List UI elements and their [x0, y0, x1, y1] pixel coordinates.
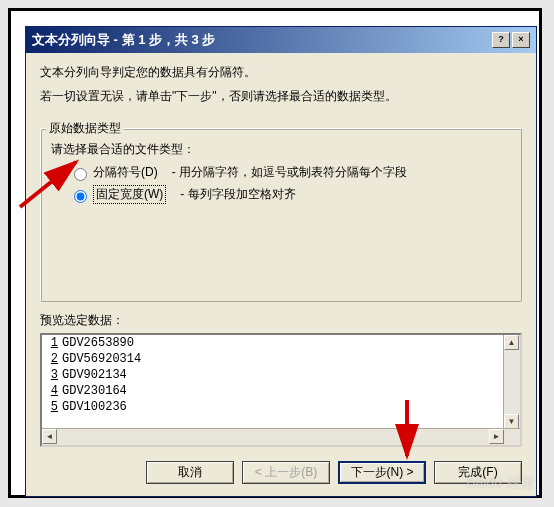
dialog-body: 文本分列向导判定您的数据具有分隔符。 若一切设置无误，请单击"下一步"，否则请选…: [26, 53, 536, 496]
preview-row: 5GDV100236: [46, 399, 504, 415]
preview-label: 预览选定数据：: [40, 312, 522, 329]
choose-file-type-label: 请选择最合适的文件类型：: [51, 141, 511, 158]
original-data-type-group: 请选择最合适的文件类型： 分隔符号(D) - 用分隔字符，如逗号或制表符分隔每个…: [40, 128, 522, 302]
titlebar: 文本分列向导 - 第 1 步，共 3 步 ? ×: [26, 27, 536, 53]
dialog-title: 文本分列向导 - 第 1 步，共 3 步: [32, 31, 215, 49]
scroll-up-icon[interactable]: ▲: [504, 335, 519, 350]
button-row: 取消 < 上一步(B) 下一步(N) > 完成(F): [40, 461, 522, 484]
radio-fixedwidth-row[interactable]: 固定宽度(W) - 每列字段加空格对齐: [69, 185, 511, 204]
finish-button[interactable]: 完成(F): [434, 461, 522, 484]
preview-content: 1GDV2653890 2GDV56920314 3GDV902134 4GDV…: [42, 335, 504, 429]
vertical-scrollbar[interactable]: ▲ ▼: [503, 335, 520, 429]
help-icon[interactable]: ?: [492, 32, 510, 48]
scroll-down-icon[interactable]: ▼: [504, 414, 519, 429]
scroll-right-icon[interactable]: ►: [489, 429, 504, 444]
scroll-left-icon[interactable]: ◄: [42, 429, 57, 444]
close-icon[interactable]: ×: [512, 32, 530, 48]
preview-row: 1GDV2653890: [46, 335, 504, 351]
titlebar-buttons: ? ×: [492, 32, 530, 48]
radio-delimited-row[interactable]: 分隔符号(D) - 用分隔字符，如逗号或制表符分隔每个字段: [69, 164, 511, 181]
cancel-button[interactable]: 取消: [146, 461, 234, 484]
next-button[interactable]: 下一步(N) >: [338, 461, 426, 484]
screenshot-frame: 文本分列向导 - 第 1 步，共 3 步 ? × 文本分列向导判定您的数据具有分…: [8, 8, 542, 498]
radio-delimited[interactable]: [74, 168, 87, 181]
radio-delimited-label: 分隔符号(D): [93, 164, 158, 181]
radio-fixedwidth-label: 固定宽度(W): [93, 185, 166, 204]
wizard-dialog: 文本分列向导 - 第 1 步，共 3 步 ? × 文本分列向导判定您的数据具有分…: [25, 26, 537, 497]
fieldset-title: 原始数据类型: [46, 120, 124, 137]
intro-line-2: 若一切设置无误，请单击"下一步"，否则请选择最合适的数据类型。: [40, 87, 522, 105]
back-button[interactable]: < 上一步(B): [242, 461, 330, 484]
radio-delimited-desc: - 用分隔字符，如逗号或制表符分隔每个字段: [172, 164, 407, 181]
preview-row: 3GDV902134: [46, 367, 504, 383]
preview-row: 2GDV56920314: [46, 351, 504, 367]
intro-line-1: 文本分列向导判定您的数据具有分隔符。: [40, 63, 522, 81]
preview-row: 4GDV230164: [46, 383, 504, 399]
horizontal-scrollbar[interactable]: ◄ ►: [42, 428, 520, 445]
radio-fixedwidth-desc: - 每列字段加空格对齐: [180, 186, 295, 203]
preview-box: 1GDV2653890 2GDV56920314 3GDV902134 4GDV…: [40, 333, 522, 447]
radio-fixedwidth[interactable]: [74, 190, 87, 203]
